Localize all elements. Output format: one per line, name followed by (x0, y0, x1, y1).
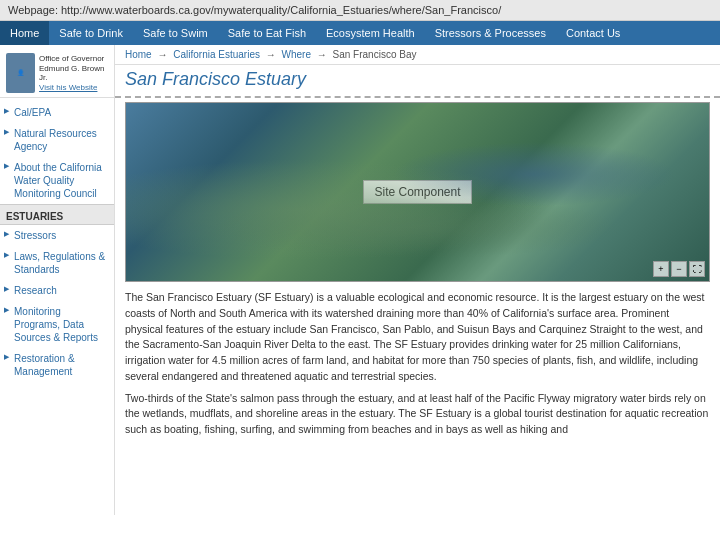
sidebar-item-about[interactable]: About the California Water Quality Monit… (0, 157, 114, 204)
fullscreen-button[interactable]: ⛶ (689, 261, 705, 277)
url-text: Webpage: http://www.waterboards.ca.gov/m… (8, 4, 501, 16)
page-title: San Francisco Estuary (115, 65, 720, 98)
body-text: The San Francisco Estuary (SF Estuary) i… (115, 290, 720, 438)
breadcrumb: Home → California Estuaries → Where → Sa… (115, 45, 720, 65)
sidebar-item-research[interactable]: Research (0, 280, 114, 301)
nav-safe-eat[interactable]: Safe to Eat Fish (218, 21, 316, 45)
visit-website-link[interactable]: Visit his Website (39, 83, 108, 92)
breadcrumb-arrow-1: → (157, 49, 167, 60)
main-layout: 👤 Office of Governor Edmund G. Brown Jr.… (0, 45, 720, 515)
governor-name: Office of Governor Edmund G. Brown Jr. (39, 54, 108, 83)
site-image: Site Component + − ⛶ (125, 102, 710, 282)
body-paragraph-2: Two-thirds of the State's salmon pass th… (125, 391, 710, 438)
body-paragraph-1: The San Francisco Estuary (SF Estuary) i… (125, 290, 710, 385)
nav-safe-drink[interactable]: Safe to Drink (49, 21, 133, 45)
nav-contact[interactable]: Contact Us (556, 21, 630, 45)
sidebar-item-natural-resources[interactable]: Natural Resources Agency (0, 123, 114, 157)
content-area: Home → California Estuaries → Where → Sa… (115, 45, 720, 515)
image-controls: + − ⛶ (653, 261, 705, 277)
sidebar-item-stressors[interactable]: Stressors (0, 225, 114, 246)
sidebar-section-estuaries: ESTUARIES (0, 204, 114, 225)
governor-logo: 👤 (6, 53, 35, 93)
site-component-label: Site Component (363, 180, 471, 204)
breadcrumb-home[interactable]: Home (125, 49, 152, 60)
zoom-in-button[interactable]: + (653, 261, 669, 277)
nav-bar: Home Safe to Drink Safe to Swim Safe to … (0, 21, 720, 45)
nav-stressors[interactable]: Stressors & Processes (425, 21, 556, 45)
sidebar-item-monitoring[interactable]: Monitoring Programs, Data Sources & Repo… (0, 301, 114, 348)
breadcrumb-estuaries[interactable]: California Estuaries (173, 49, 260, 60)
nav-home[interactable]: Home (0, 21, 49, 45)
sidebar-item-laws[interactable]: Laws, Regulations & Standards (0, 246, 114, 280)
sidebar-item-restoration[interactable]: Restoration & Management (0, 348, 114, 382)
sidebar: 👤 Office of Governor Edmund G. Brown Jr.… (0, 45, 115, 515)
nav-safe-swim[interactable]: Safe to Swim (133, 21, 218, 45)
url-bar: Webpage: http://www.waterboards.ca.gov/m… (0, 0, 720, 21)
breadcrumb-arrow-2: → (266, 49, 276, 60)
breadcrumb-current: San Francisco Bay (333, 49, 417, 60)
breadcrumb-arrow-3: → (317, 49, 327, 60)
breadcrumb-where[interactable]: Where (282, 49, 311, 60)
sidebar-logo: 👤 Office of Governor Edmund G. Brown Jr.… (0, 49, 114, 98)
sidebar-item-calepa[interactable]: Cal/EPA (0, 102, 114, 123)
nav-ecosystem[interactable]: Ecosystem Health (316, 21, 425, 45)
zoom-out-button[interactable]: − (671, 261, 687, 277)
